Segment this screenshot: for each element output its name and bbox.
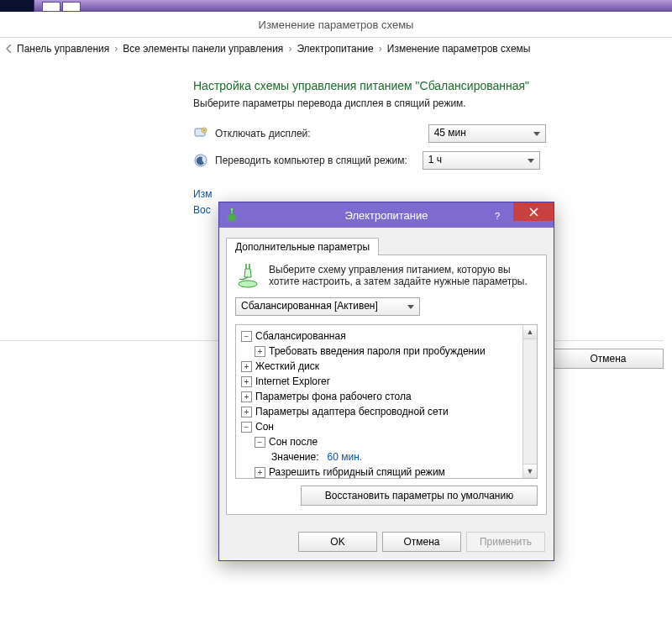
tree-node-require-password[interactable]: +Требовать введения пароля при пробужден…	[255, 344, 535, 359]
dialog-title: Электропитание	[345, 209, 428, 222]
expand-icon[interactable]: +	[241, 361, 252, 372]
dialog-titlebar[interactable]: Электропитание ?	[219, 202, 554, 228]
taskbar	[0, 0, 672, 13]
collapse-icon[interactable]: −	[241, 331, 252, 342]
taskbar-button-1[interactable]	[42, 2, 60, 12]
help-button[interactable]: ?	[485, 207, 510, 224]
sleep-value: 1 ч	[428, 154, 442, 165]
taskbar-button-2[interactable]	[62, 2, 81, 12]
tree-node-sleep-after-value[interactable]: Значение: 60 мин.	[268, 449, 535, 465]
cancel-button[interactable]: Отмена	[553, 349, 664, 369]
display-off-icon	[193, 126, 208, 141]
tree-scrollbar[interactable]: ▲ ▼	[522, 325, 537, 478]
chevron-down-icon	[530, 127, 543, 140]
tree-node-sleep[interactable]: −Сон −Сон после Значение:	[241, 419, 535, 479]
tab-panel: Выберите схему управления питанием, кото…	[226, 255, 547, 515]
settings-tree: −Сбалансированная +Требовать введения па…	[235, 324, 538, 479]
sleep-after-value[interactable]: 60 мин.	[328, 451, 363, 463]
plug-icon	[235, 264, 260, 289]
power-options-dialog: Электропитание ? Дополнительные параметр…	[218, 202, 554, 561]
expand-icon[interactable]: +	[255, 467, 265, 478]
breadcrumb-item-0[interactable]: Панель управления	[17, 43, 109, 55]
power-icon	[224, 207, 239, 223]
breadcrumb-item-3[interactable]: Изменение параметров схемы	[387, 43, 531, 55]
expand-icon[interactable]: +	[241, 391, 252, 402]
expand-icon[interactable]: +	[241, 407, 252, 417]
tree-node-ie[interactable]: +Internet Explorer	[241, 374, 535, 389]
power-plan-select[interactable]: Сбалансированная [Активен]	[235, 297, 420, 316]
row-sleep: Переводить компьютер в спящий режим: 1 ч	[193, 151, 672, 170]
chevron-down-icon	[404, 300, 417, 313]
taskbar-left-block	[0, 0, 34, 12]
breadcrumb-item-2[interactable]: Электропитание	[297, 43, 373, 55]
breadcrumb-item-1[interactable]: Все элементы панели управления	[123, 43, 283, 55]
expand-icon[interactable]: +	[241, 376, 252, 387]
chevron-right-icon: ›	[379, 43, 382, 55]
apply-button[interactable]: Применить	[466, 532, 545, 552]
svg-text:?: ?	[495, 211, 500, 221]
tree-node-sleep-after[interactable]: −Сон после Значение: 60 мин.	[255, 434, 535, 465]
tab-strip: Дополнительные параметры	[226, 234, 547, 255]
restore-defaults-button[interactable]: Восстановить параметры по умолчанию	[301, 486, 538, 506]
page-subtext: Выберите параметры перевода дисплея в сп…	[193, 97, 672, 109]
tree-node-hdd[interactable]: +Жесткий диск	[241, 359, 535, 374]
dialog-footer: OK Отмена Применить	[219, 523, 554, 560]
chevron-left-icon[interactable]	[3, 43, 15, 55]
display-off-select[interactable]: 45 мин	[428, 124, 546, 143]
dialog-cancel-button[interactable]: Отмена	[382, 532, 461, 552]
collapse-icon[interactable]: −	[255, 437, 265, 448]
chevron-right-icon: ›	[288, 43, 291, 55]
svg-point-5	[239, 281, 257, 287]
window-title: Изменение параметров схемы	[259, 18, 414, 31]
display-off-value: 45 мин	[434, 127, 466, 139]
chevron-right-icon: ›	[114, 43, 118, 55]
row-display-off: Отключать дисплей: 45 мин	[193, 124, 672, 143]
display-off-label: Отключать дисплей:	[215, 128, 311, 139]
breadcrumb: Панель управления › Все элементы панели …	[0, 37, 672, 60]
dialog-hint-text: Выберите схему управления питанием, кото…	[269, 264, 538, 289]
chevron-down-icon	[524, 154, 538, 167]
page-heading: Настройка схемы управления питанием "Сба…	[193, 79, 672, 92]
tab-advanced[interactable]: Дополнительные параметры	[226, 238, 379, 255]
expand-icon[interactable]: +	[255, 346, 265, 357]
tree-node-desktop-bg[interactable]: +Параметры фона рабочего стола	[241, 389, 535, 404]
link-change-advanced[interactable]: Изм	[193, 188, 672, 200]
ok-button[interactable]: OK	[298, 532, 377, 552]
svg-point-3	[228, 213, 236, 222]
power-plan-value: Сбалансированная [Активен]	[241, 300, 378, 312]
tree-node-hybrid-sleep[interactable]: +Разрешить гибридный спящий режим	[255, 465, 535, 479]
tree-node-wireless[interactable]: +Параметры адаптера беспроводной сети	[241, 404, 535, 419]
close-button[interactable]	[513, 202, 554, 221]
sleep-select[interactable]: 1 ч	[423, 151, 540, 170]
scroll-up-icon[interactable]: ▲	[523, 325, 537, 339]
window-title-bar: Изменение параметров схемы	[0, 12, 672, 37]
scroll-down-icon[interactable]: ▼	[523, 464, 537, 478]
sleep-label: Переводить компьютер в спящий режим:	[215, 155, 407, 166]
dialog-hint: Выберите схему управления питанием, кото…	[235, 264, 538, 289]
collapse-icon[interactable]: −	[241, 422, 252, 433]
sleep-icon	[193, 153, 208, 168]
tree-node-balanced[interactable]: −Сбалансированная +Требовать введения па…	[241, 328, 535, 359]
